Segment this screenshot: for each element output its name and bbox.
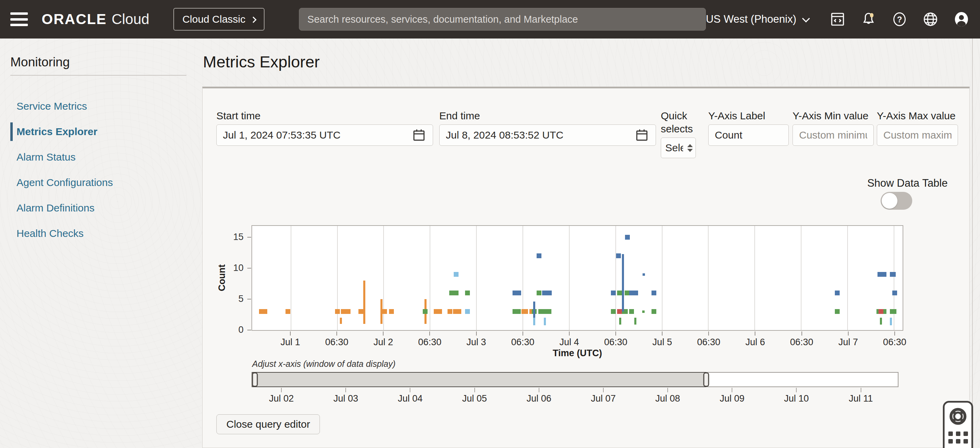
x-tick-mark (429, 332, 430, 335)
gridline (754, 226, 755, 330)
x-tick-mark (616, 332, 616, 335)
x-tick-mark (662, 332, 662, 335)
gridline (616, 226, 616, 330)
x-tick-label: Jul 5 (652, 337, 672, 348)
x-tick-mark (848, 332, 849, 335)
data-point-red (617, 309, 622, 314)
hamburger-menu-icon[interactable] (10, 13, 28, 26)
data-point-steel-blue (616, 253, 621, 258)
app-grid-icon[interactable] (948, 432, 968, 443)
show-data-table-toggle[interactable] (881, 192, 912, 210)
y-axis-max-label: Y-Axis Max value (877, 109, 956, 122)
sidebar-item-metrics-explorer[interactable]: Metrics Explorer (0, 119, 192, 145)
x-tick-label: Jul 2 (374, 337, 393, 348)
data-point-green (538, 309, 543, 314)
data-point-green (516, 309, 521, 314)
range-slider-right-handle[interactable] (703, 372, 709, 387)
gridline (291, 226, 291, 330)
y-axis-label-field (708, 124, 789, 146)
y-axis-max-input[interactable] (883, 129, 951, 141)
calendar-icon[interactable] (634, 127, 649, 143)
search-input[interactable] (299, 8, 706, 30)
x-tick-mark (522, 332, 523, 335)
sidebar-item-label: Health Checks (16, 227, 84, 239)
range-slider-window[interactable] (252, 372, 706, 387)
data-point-green (454, 291, 458, 295)
region-selector[interactable]: US West (Phoenix) (706, 13, 808, 25)
chevron-right-icon (250, 16, 256, 23)
data-point-red (878, 309, 883, 314)
data-point-steel-blue (652, 291, 656, 295)
sidebar-item-alarm-definitions[interactable]: Alarm Definitions (0, 195, 192, 221)
chevron-down-icon (802, 15, 810, 23)
data-point-steel-blue (611, 291, 616, 295)
x-axis-range-slider[interactable] (251, 372, 899, 387)
data-spike-light-blue (544, 318, 546, 325)
data-point-green (449, 291, 454, 295)
sidebar-item-agent-configurations[interactable]: Agent Configurations (0, 170, 192, 195)
slider-tick-label: Jul 02 (269, 393, 294, 404)
data-point-green (890, 309, 896, 314)
slider-tick-label: Jul 08 (655, 393, 680, 404)
data-point-orange (437, 309, 442, 314)
calendar-icon[interactable] (411, 127, 426, 143)
gridline (847, 226, 848, 330)
y-axis-min-input[interactable] (799, 129, 867, 141)
header-right: US West (Phoenix) (706, 11, 970, 27)
slider-tick-mark (345, 388, 346, 392)
start-time-input[interactable] (223, 129, 409, 141)
x-tick-mark (755, 332, 756, 335)
globe-icon[interactable] (922, 11, 939, 27)
gridline (476, 226, 477, 330)
cloud-classic-button[interactable]: Cloud Classic (173, 8, 264, 30)
sidebar-item-service-metrics[interactable]: Service Metrics (0, 94, 192, 119)
y-tick-label: 15 (223, 232, 243, 242)
data-point-green (835, 309, 840, 314)
oracle-cloud-logo[interactable]: ORACLE Cloud (41, 11, 149, 27)
x-tick-mark (894, 332, 895, 335)
bell-icon[interactable] (860, 11, 877, 27)
range-slider-left-handle[interactable] (252, 372, 258, 387)
slider-tick-mark (410, 388, 410, 392)
quick-selects-dropdown[interactable]: Select (661, 138, 696, 158)
start-time-label: Start time (216, 109, 260, 122)
slider-tick-label: Jul 10 (784, 393, 809, 404)
data-point-orange (382, 309, 387, 314)
quick-selects-value: Select (665, 142, 683, 154)
end-time-input[interactable] (446, 129, 632, 141)
data-point-steel-blue (547, 291, 552, 295)
x-tick-label: Jul 6 (745, 337, 765, 348)
cloud-shell-icon[interactable] (829, 11, 846, 27)
data-spike-steel-blue (622, 254, 624, 311)
data-point-green (423, 309, 428, 314)
y-axis-label-label: Y-Axis Label (708, 109, 765, 122)
end-time-label: End time (439, 109, 480, 122)
data-point-orange (358, 309, 365, 314)
page-title: Metrics Explorer (203, 52, 320, 71)
close-query-editor-button[interactable]: Close query editor (216, 414, 320, 434)
x-tick-label: 06:30 (697, 337, 721, 348)
help-icon[interactable]: ? (891, 11, 908, 27)
data-spike-orange (340, 318, 342, 324)
data-point-green (465, 291, 470, 295)
sidebar-item-label: Agent Configurations (16, 177, 113, 188)
data-point-orange (341, 309, 346, 314)
sidebar-item-health-checks[interactable]: Health Checks (0, 221, 192, 246)
x-tick-label: 06:30 (325, 337, 348, 348)
x-tick-label: Jul 1 (280, 337, 300, 348)
slider-tick-label: Jul 04 (398, 393, 422, 404)
help-life-ring-icon[interactable] (948, 407, 967, 426)
x-tick-label: Jul 4 (559, 337, 579, 348)
y-axis-label-input[interactable] (715, 129, 782, 141)
spinner-arrows-icon (687, 144, 693, 152)
data-point-green (642, 310, 644, 313)
x-tick-mark (476, 332, 477, 335)
slider-tick-mark (281, 388, 282, 392)
y-axis-min-field (792, 124, 874, 146)
data-spike-light-blue (890, 318, 892, 325)
sidebar-item-alarm-status[interactable]: Alarm Status (0, 145, 192, 170)
data-point-orange (262, 309, 267, 314)
sidebar-item-label: Alarm Status (16, 151, 76, 163)
avatar-icon[interactable] (953, 11, 970, 27)
logo-cloud-text: Cloud (111, 11, 149, 27)
